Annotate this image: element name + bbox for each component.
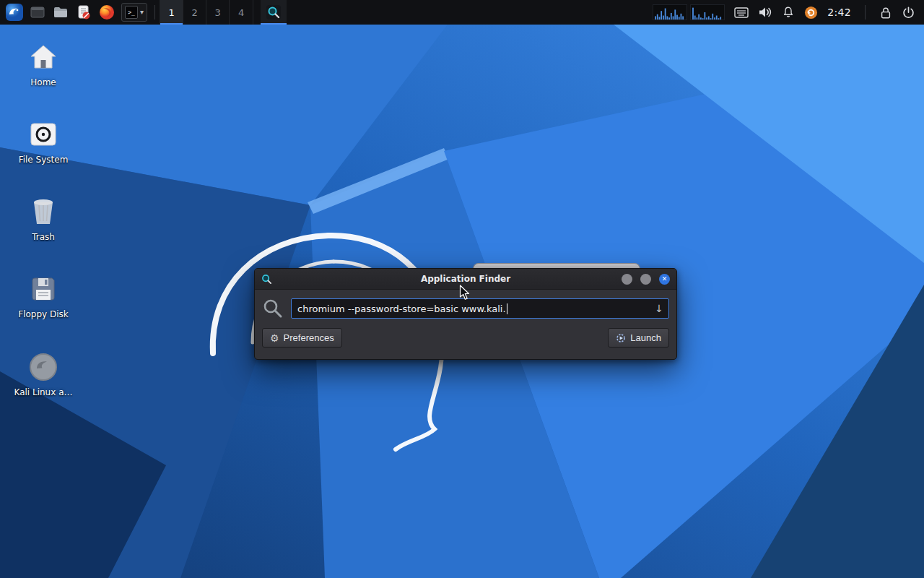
cpu-graph-icon (653, 4, 687, 20)
workspace-button-1[interactable]: 1 (160, 0, 183, 25)
workspace-button-4[interactable]: 4 (230, 0, 253, 25)
minimize-button[interactable] (622, 274, 632, 285)
close-button[interactable]: ✕ (659, 274, 670, 285)
window-icon (30, 7, 45, 18)
logout-icon[interactable] (902, 6, 915, 20)
preferences-button-label: Preferences (284, 332, 334, 343)
panel-right-cluster: 2:42 (653, 4, 921, 20)
network-graph-icon (690, 4, 725, 20)
terminal-icon: >_ (125, 6, 138, 19)
dialog-body: chromium --password-store=basic www.kali… (255, 290, 676, 355)
desktop-icon-trash[interactable]: Trash (12, 197, 75, 259)
window-title: Application Finder (255, 274, 676, 284)
desktop-icon-home[interactable]: Home (12, 42, 75, 104)
app-finder-icon (261, 274, 272, 285)
firefox-button[interactable] (95, 0, 118, 25)
volume-icon[interactable] (758, 6, 772, 19)
command-input[interactable]: chromium --password-store=basic www.kali… (291, 298, 669, 319)
top-panel: >_ ▾ 1 2 3 4 (0, 0, 924, 25)
kali-disc-icon (28, 352, 58, 382)
document-blocked-icon (77, 5, 91, 20)
desktop-icon-label: Trash (32, 232, 55, 242)
firefox-icon (99, 4, 115, 20)
search-icon (266, 4, 282, 20)
desktop-screen: >_ ▾ 1 2 3 4 (0, 0, 924, 578)
trash-icon (28, 197, 58, 227)
taskbar-application-finder[interactable] (261, 0, 287, 25)
maximize-button[interactable] (640, 274, 651, 285)
text-caret (507, 303, 507, 314)
window-controls: ✕ (622, 274, 670, 285)
history-dropdown-icon[interactable]: ↓ (655, 303, 663, 314)
launch-button-label: Launch (630, 332, 661, 343)
workspace-button-3[interactable]: 3 (206, 0, 230, 25)
desktop-icon-floppy-disk[interactable]: Floppy Disk (12, 274, 75, 336)
terminal-launcher-combo[interactable]: >_ ▾ (121, 3, 147, 22)
sync-status-icon[interactable] (804, 6, 818, 20)
text-editor-button[interactable] (72, 0, 95, 25)
preferences-button[interactable]: ⚙ Preferences (262, 328, 342, 348)
launch-button[interactable]: Launch (608, 328, 669, 348)
search-icon (262, 298, 284, 319)
notification-bell-icon[interactable] (782, 6, 795, 19)
home-icon (28, 42, 58, 72)
launch-icon (616, 333, 626, 343)
gear-icon: ⚙ (270, 333, 279, 343)
drive-icon (28, 119, 58, 150)
desktop-icon-file-system[interactable]: File System (12, 119, 75, 181)
application-finder-window: Application Finder ✕ chromium --password… (254, 268, 677, 360)
lock-icon[interactable] (879, 6, 892, 20)
desktop-icon-label: Kali Linux a… (14, 387, 73, 397)
panel-clock[interactable]: 2:42 (827, 7, 851, 18)
titlebar[interactable]: Application Finder ✕ (255, 269, 676, 290)
desktop-icon-kali-docs[interactable]: Kali Linux a… (12, 352, 75, 414)
show-desktop-button[interactable] (26, 0, 49, 25)
desktop-icon-label: Floppy Disk (18, 309, 69, 319)
panel-separator (865, 5, 866, 20)
desktop-icon-label: File System (19, 155, 69, 165)
file-manager-button[interactable] (49, 0, 72, 25)
kali-menu-button[interactable] (3, 0, 26, 25)
floppy-disk-icon (28, 274, 58, 304)
kali-logo-icon (5, 3, 24, 22)
desktop-icon-label: Home (30, 77, 56, 87)
desktop: Home File System Trash (0, 25, 924, 578)
command-input-text: chromium --password-store=basic www.kali… (297, 303, 506, 314)
system-monitor-graphs[interactable] (653, 4, 725, 20)
chevron-down-icon: ▾ (140, 9, 144, 16)
workspace-switcher: 1 2 3 4 (160, 0, 253, 25)
keyboard-icon[interactable] (734, 7, 749, 18)
folder-icon (53, 7, 68, 18)
panel-separator (154, 5, 155, 20)
workspace-button-2[interactable]: 2 (183, 0, 206, 25)
